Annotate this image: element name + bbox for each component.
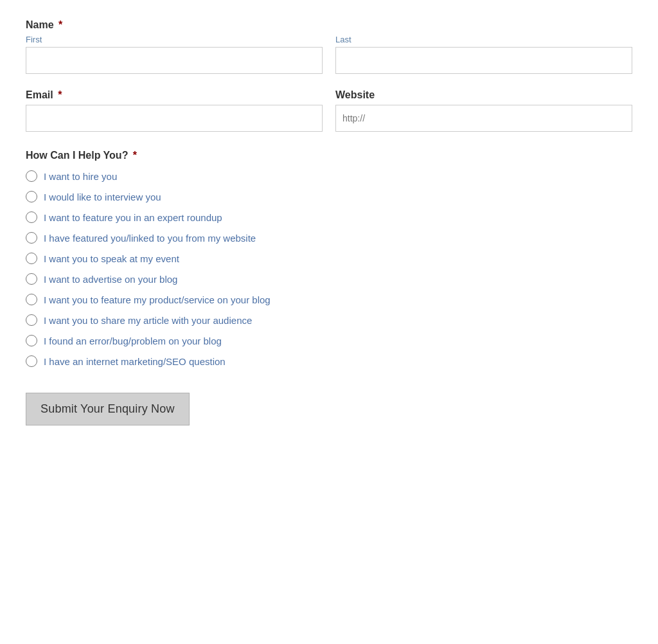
list-item[interactable]: I want you to feature my product/service… bbox=[26, 294, 632, 305]
website-input[interactable] bbox=[335, 105, 632, 132]
radio-label: I want you to speak at my event bbox=[44, 253, 179, 264]
radio-label: I want to feature you in an expert round… bbox=[44, 212, 222, 223]
radio-label: I would like to interview you bbox=[44, 192, 161, 202]
help-section: How Can I Help You? * I want to hire you… bbox=[26, 150, 632, 367]
radio-option-8[interactable] bbox=[26, 335, 37, 346]
radio-option-3[interactable] bbox=[26, 232, 37, 244]
email-input[interactable] bbox=[26, 105, 323, 132]
radio-label: I have an internet marketing/SEO questio… bbox=[44, 356, 226, 367]
last-name-group: Last bbox=[335, 35, 632, 74]
help-label: How Can I Help You? * bbox=[26, 150, 632, 161]
list-item[interactable]: I want to hire you bbox=[26, 170, 632, 182]
list-item[interactable]: I want you to speak at my event bbox=[26, 253, 632, 264]
list-item[interactable]: I have featured you/linked to you from m… bbox=[26, 232, 632, 244]
radio-option-6[interactable] bbox=[26, 294, 37, 305]
list-item[interactable]: I have an internet marketing/SEO questio… bbox=[26, 355, 632, 367]
radio-option-1[interactable] bbox=[26, 191, 37, 202]
first-name-group: First bbox=[26, 35, 323, 74]
radio-label: I want to hire you bbox=[44, 171, 117, 182]
help-required-star: * bbox=[130, 150, 137, 161]
name-section: Name * First Last bbox=[26, 19, 632, 74]
list-item[interactable]: I want to feature you in an expert round… bbox=[26, 211, 632, 223]
submit-button[interactable]: Submit Your Enquiry Now bbox=[26, 393, 190, 425]
radio-option-9[interactable] bbox=[26, 355, 37, 367]
radio-options: I want to hire youI would like to interv… bbox=[26, 170, 632, 367]
name-required-star: * bbox=[56, 19, 63, 30]
radio-option-7[interactable] bbox=[26, 314, 37, 326]
email-required-star: * bbox=[55, 89, 62, 100]
last-name-input[interactable] bbox=[335, 47, 632, 74]
last-label: Last bbox=[335, 35, 632, 44]
radio-option-2[interactable] bbox=[26, 211, 37, 223]
radio-label: I want you to share my article with your… bbox=[44, 315, 252, 326]
list-item[interactable]: I want to advertise on your blog bbox=[26, 273, 632, 285]
list-item[interactable]: I would like to interview you bbox=[26, 191, 632, 202]
name-label: Name * bbox=[26, 19, 632, 31]
radio-label: I want to advertise on your blog bbox=[44, 274, 177, 285]
radio-label: I want you to feature my product/service… bbox=[44, 294, 271, 305]
email-website-section: Email * Website bbox=[26, 89, 632, 132]
list-item[interactable]: I want you to share my article with your… bbox=[26, 314, 632, 326]
radio-label: I have featured you/linked to you from m… bbox=[44, 233, 256, 244]
contact-form: Name * First Last Email * Website bbox=[0, 0, 658, 451]
name-fields: First Last bbox=[26, 35, 632, 74]
first-name-input[interactable] bbox=[26, 47, 323, 74]
first-label: First bbox=[26, 35, 323, 44]
email-group: Email * bbox=[26, 89, 323, 132]
email-label: Email * bbox=[26, 89, 323, 101]
radio-option-0[interactable] bbox=[26, 170, 37, 182]
radio-label: I found an error/bug/problem on your blo… bbox=[44, 335, 222, 346]
website-label: Website bbox=[335, 89, 632, 101]
website-group: Website bbox=[335, 89, 632, 132]
list-item[interactable]: I found an error/bug/problem on your blo… bbox=[26, 335, 632, 346]
radio-option-5[interactable] bbox=[26, 273, 37, 285]
radio-option-4[interactable] bbox=[26, 253, 37, 264]
